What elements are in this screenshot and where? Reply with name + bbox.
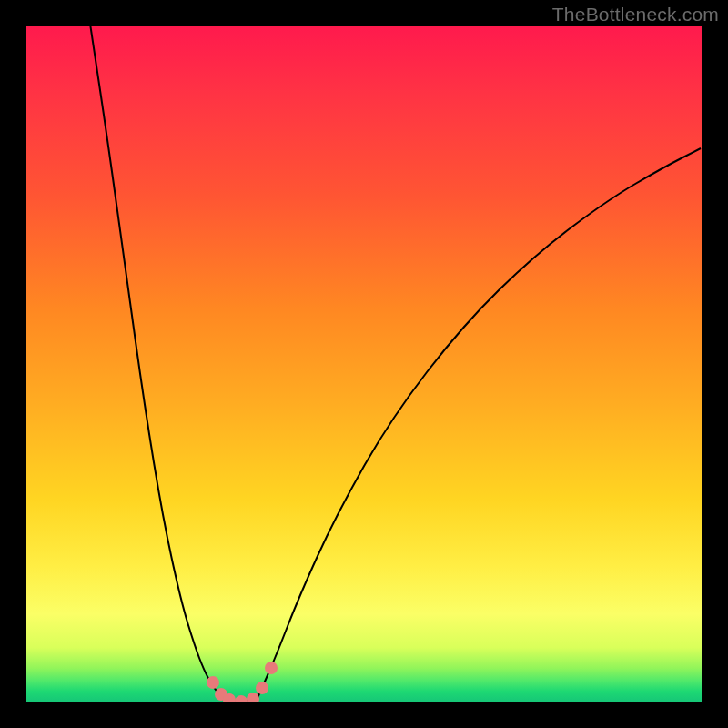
watermark-text: TheBottleneck.com [552, 4, 719, 25]
valley-dot [256, 682, 268, 694]
valley-dot [207, 676, 219, 689]
curve-right-branch [258, 148, 701, 698]
chart-plot-area [26, 26, 702, 702]
valley-dot [235, 695, 248, 702]
valley-dots-group [207, 662, 278, 702]
curve-left-branch [90, 26, 223, 698]
chart-overlay-svg [26, 26, 702, 702]
valley-dot [265, 662, 278, 674]
valley-dot [247, 693, 259, 702]
